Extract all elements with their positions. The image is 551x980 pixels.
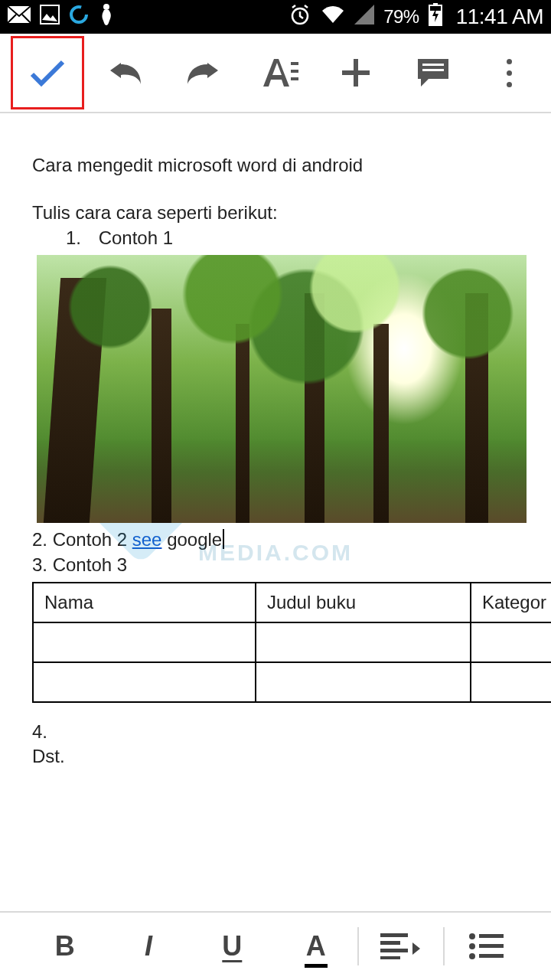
cell-signal-icon xyxy=(354,5,374,29)
hyperlink[interactable]: see xyxy=(132,529,162,550)
svg-rect-13 xyxy=(422,69,444,71)
editor-toolbar xyxy=(0,34,551,113)
svg-rect-21 xyxy=(479,944,504,948)
list-item[interactable]: 2. Contoh 2 see google xyxy=(32,528,522,552)
svg-rect-15 xyxy=(380,941,400,945)
italic-button[interactable]: I xyxy=(106,913,190,980)
format-bar: B I U A xyxy=(0,911,551,980)
svg-rect-9 xyxy=(291,77,298,80)
list-item[interactable]: 1. Contoh 1 xyxy=(66,226,522,250)
more-button[interactable] xyxy=(474,38,545,108)
pregnancy-app-icon xyxy=(98,3,115,31)
image-icon xyxy=(40,5,60,29)
table-header-cell[interactable]: Nama xyxy=(33,583,256,622)
svg-rect-11 xyxy=(342,70,370,75)
doc-instruction[interactable]: Tulis cara cara seperti berikut: xyxy=(32,201,522,225)
list-item[interactable]: 3. Contoh 3 xyxy=(32,553,522,577)
svg-point-18 xyxy=(469,933,475,939)
list-item[interactable]: 4. xyxy=(32,720,522,744)
svg-point-20 xyxy=(469,943,475,949)
svg-point-22 xyxy=(469,953,475,959)
text-cursor xyxy=(223,529,224,549)
insert-button[interactable] xyxy=(321,38,391,108)
status-clock: 11:41 AM xyxy=(456,5,543,29)
svg-rect-23 xyxy=(479,954,504,958)
document-table[interactable]: Nama Judul buku Kategor xyxy=(32,582,551,703)
confirm-button[interactable] xyxy=(11,36,84,109)
redo-button[interactable] xyxy=(168,38,238,108)
inserted-image-forest[interactable] xyxy=(37,255,527,523)
alarm-icon xyxy=(289,3,311,31)
text-style-button[interactable] xyxy=(244,38,315,108)
svg-rect-16 xyxy=(380,949,408,952)
dot-icon xyxy=(507,59,512,64)
battery-charging-icon xyxy=(429,3,442,31)
svg-rect-7 xyxy=(291,62,298,65)
svg-rect-8 xyxy=(291,70,298,73)
svg-rect-12 xyxy=(422,64,444,66)
undo-button[interactable] xyxy=(90,38,161,108)
svg-rect-5 xyxy=(433,3,438,5)
table-header-cell[interactable]: Judul buku xyxy=(256,583,471,622)
doc-text[interactable]: Dst. xyxy=(32,744,522,769)
svg-point-1 xyxy=(71,7,86,22)
battery-percentage: 79% xyxy=(383,6,419,28)
dot-icon xyxy=(507,70,512,76)
android-status-bar: 79% 11:41 AM xyxy=(0,0,551,34)
document-canvas[interactable]: NESABA MEDIA.COM Cara mengedit microsoft… xyxy=(0,113,551,769)
svg-rect-17 xyxy=(380,956,400,959)
align-button[interactable] xyxy=(359,913,442,980)
table-row[interactable]: Nama Judul buku Kategor xyxy=(33,583,551,622)
bold-button[interactable]: B xyxy=(23,913,106,980)
bullet-list-button[interactable] xyxy=(445,913,528,980)
mail-icon xyxy=(8,6,31,28)
underline-button[interactable]: U xyxy=(191,913,274,980)
text-color-button[interactable]: A xyxy=(274,913,357,980)
svg-rect-14 xyxy=(380,933,408,937)
table-row[interactable] xyxy=(33,622,551,662)
doc-title-line[interactable]: Cara mengedit microsoft word di android xyxy=(32,153,522,178)
comment-button[interactable] xyxy=(398,38,468,108)
wifi-icon xyxy=(321,5,345,29)
svg-point-2 xyxy=(103,4,109,10)
svg-rect-19 xyxy=(479,934,504,938)
dot-icon xyxy=(507,82,512,87)
table-row[interactable] xyxy=(33,662,551,702)
table-header-cell[interactable]: Kategor xyxy=(471,583,551,622)
circle-icon xyxy=(69,5,89,29)
